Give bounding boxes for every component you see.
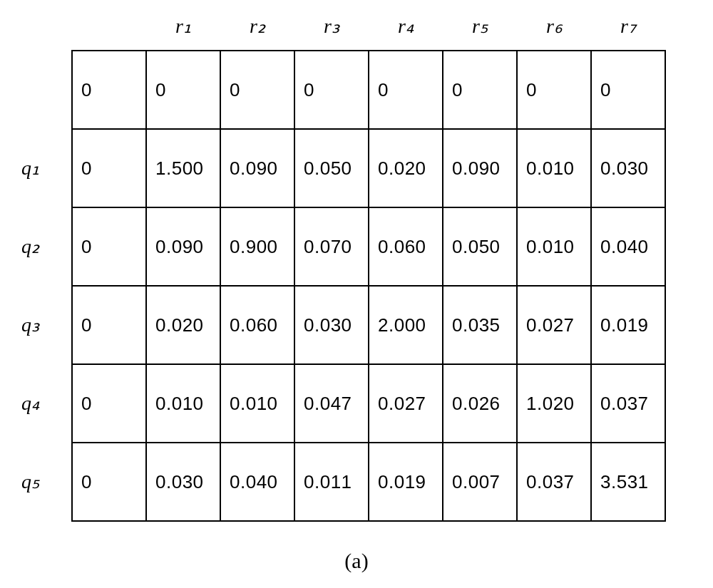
table-cell: 0 (72, 443, 146, 521)
table-cell: 0.011 (294, 443, 369, 521)
table-cell: 0.037 (517, 443, 591, 521)
table-cell: 0 (220, 51, 294, 129)
table-cell: 3.531 (591, 443, 665, 521)
col-header-r1: r₁ (146, 14, 220, 38)
col-header-label: r₁ (175, 15, 191, 37)
table-cell: 1.020 (517, 364, 591, 443)
table-cell: 0 (517, 51, 591, 129)
table-cell: 0.090 (146, 207, 220, 286)
row-header-q1: q₁ (21, 128, 39, 207)
table-row: 0 0 0 0 0 0 0 0 (72, 51, 665, 129)
table-cell: 0.900 (220, 207, 294, 286)
table-cell: 0.037 (591, 364, 665, 443)
table-cell: 0 (72, 207, 146, 286)
table-row: 0 1.500 0.090 0.050 0.020 0.090 0.010 0.… (72, 129, 665, 207)
table-cell: 0 (146, 51, 220, 129)
table-row: 0 0.020 0.060 0.030 2.000 0.035 0.027 0.… (72, 286, 665, 364)
table-cell: 0 (294, 51, 369, 129)
table-cell: 0.019 (591, 286, 665, 364)
col-header-label: r₄ (398, 15, 414, 37)
table-cell: 0 (591, 51, 665, 129)
table-row: 0 0.010 0.010 0.047 0.027 0.026 1.020 0.… (72, 364, 665, 443)
table-cell: 0 (369, 51, 443, 129)
row-header-label: q₁ (21, 156, 39, 180)
col-header-label: r₇ (620, 15, 636, 37)
table-cell: 0 (72, 51, 146, 129)
table-cell: 0 (72, 286, 146, 364)
row-header-label: q₂ (21, 234, 39, 258)
row-headers: q₁ q₂ q₃ q₄ q₅ (21, 128, 39, 520)
table-cell: 0.019 (369, 443, 443, 521)
table-cell: 0.010 (146, 364, 220, 443)
col-header-label: r₅ (472, 15, 488, 37)
row-header-q5: q₅ (21, 442, 39, 520)
table-cell: 0.070 (294, 207, 369, 286)
table-cell: 0.047 (294, 364, 369, 443)
column-headers: r₁ r₂ r₃ r₄ r₅ r₆ r₇ (146, 14, 665, 38)
col-header-r5: r₅ (443, 14, 517, 38)
table-cell: 0.090 (220, 129, 294, 207)
row-header-label: q₃ (21, 313, 39, 336)
col-header-r7: r₇ (591, 14, 665, 38)
table-cell: 0.050 (294, 129, 369, 207)
col-header-r3: r₃ (294, 14, 369, 38)
table-cell: 0.060 (220, 286, 294, 364)
table-cell: 0.020 (146, 286, 220, 364)
col-header-label: r₃ (324, 15, 339, 37)
table-cell: 0 (72, 364, 146, 443)
table-cell: 0.035 (443, 286, 517, 364)
table-cell: 1.500 (146, 129, 220, 207)
table-cell: 0.060 (369, 207, 443, 286)
table-cell: 0.007 (443, 443, 517, 521)
table-cell: 0.027 (517, 286, 591, 364)
table-cell: 0.040 (220, 443, 294, 521)
table-cell: 0.030 (591, 129, 665, 207)
table-cell: 0.030 (146, 443, 220, 521)
row-header-q4: q₄ (21, 363, 39, 442)
table-cell: 0 (72, 129, 146, 207)
row-header-q2: q₂ (21, 207, 39, 285)
table-cell: 0.050 (443, 207, 517, 286)
data-table: 0 0 0 0 0 0 0 0 0 1.500 0.090 0.050 0.02… (71, 50, 666, 522)
col-header-r2: r₂ (220, 14, 294, 38)
figure-caption: (a) (0, 549, 713, 573)
table-cell: 0.030 (294, 286, 369, 364)
table-cell: 0.010 (517, 207, 591, 286)
col-header-label: r₂ (250, 15, 265, 37)
table-cell: 0.010 (220, 364, 294, 443)
col-header-r4: r₄ (369, 14, 443, 38)
table-row: 0 0.030 0.040 0.011 0.019 0.007 0.037 3.… (72, 443, 665, 521)
col-header-r6: r₆ (517, 14, 591, 38)
figure-container: r₁ r₂ r₃ r₄ r₅ r₆ r₇ q₁ q₂ q₃ q₄ q₅ 0 0 … (0, 0, 713, 588)
table-cell: 0.020 (369, 129, 443, 207)
col-header-label: r₆ (546, 15, 562, 37)
row-header-label: q₄ (21, 391, 39, 415)
table-cell: 0.026 (443, 364, 517, 443)
table-cell: 2.000 (369, 286, 443, 364)
row-header-q3: q₃ (21, 285, 39, 363)
table-cell: 0.010 (517, 129, 591, 207)
table-cell: 0 (443, 51, 517, 129)
table-cell: 0.027 (369, 364, 443, 443)
table-row: 0 0.090 0.900 0.070 0.060 0.050 0.010 0.… (72, 207, 665, 286)
row-header-label: q₅ (21, 470, 39, 493)
table-cell: 0.090 (443, 129, 517, 207)
table-cell: 0.040 (591, 207, 665, 286)
